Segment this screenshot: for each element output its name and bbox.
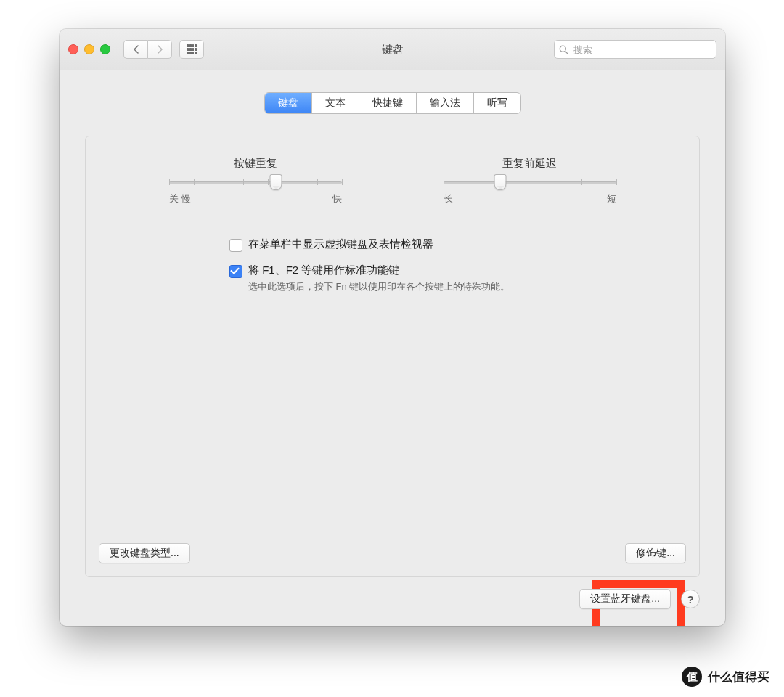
slider-thumb[interactable]: [270, 174, 282, 190]
key-repeat-label: 按键重复: [169, 157, 342, 171]
modifier-keys-button[interactable]: 修饰键...: [625, 543, 686, 563]
chevron-left-icon: [133, 45, 139, 54]
preferences-window: 键盘 键盘文本快捷键输入法听写 按键重复 关慢 快: [60, 29, 725, 626]
option-sublabel: 选中此选项后，按下 Fn 键以使用印在各个按键上的特殊功能。: [248, 280, 510, 293]
options-group: 在菜单栏中显示虚拟键盘及表情检视器 将 F1、F2 等键用作标准功能键 选中此选…: [229, 237, 642, 293]
tab-4[interactable]: 听写: [474, 93, 520, 113]
search-field[interactable]: [554, 40, 716, 59]
forward-button[interactable]: [147, 40, 172, 59]
slider-ticks: [169, 179, 342, 186]
watermark: 值 什么值得买: [682, 667, 769, 687]
tab-1[interactable]: 文本: [312, 93, 359, 113]
svg-line-1: [565, 51, 568, 54]
slider-thumb[interactable]: [494, 174, 507, 190]
tab-2[interactable]: 快捷键: [359, 93, 417, 113]
traffic-lights: [68, 44, 110, 54]
option-keyboard-viewer: 在菜单栏中显示虚拟键盘及表情检视器: [229, 237, 642, 252]
checkbox-keyboard-viewer[interactable]: [229, 239, 242, 252]
delay-label: 重复前延迟: [444, 157, 616, 171]
option-fn-keys: 将 F1、F2 等键用作标准功能键 选中此选项后，按下 Fn 键以使用印在各个按…: [229, 264, 642, 293]
option-label: 将 F1、F2 等键用作标准功能键: [248, 264, 510, 277]
search-icon: [559, 45, 568, 54]
delay-slider[interactable]: [444, 181, 616, 184]
minimize-window-button[interactable]: [84, 44, 94, 54]
chevron-right-icon: [157, 45, 163, 54]
back-button[interactable]: [123, 40, 147, 59]
checkbox-fn-keys[interactable]: [229, 265, 242, 278]
tab-bar: 键盘文本快捷键输入法听写: [85, 92, 700, 114]
watermark-badge-icon: 值: [682, 667, 702, 687]
key-repeat-endlabels: 关慢 快: [169, 192, 342, 205]
zoom-window-button[interactable]: [100, 44, 110, 54]
panel-bottom-right: 修饰键...: [625, 543, 686, 563]
delay-block: 重复前延迟 长 短: [444, 157, 616, 205]
footer: 设置蓝牙键盘... ?: [579, 589, 700, 609]
close-window-button[interactable]: [68, 44, 78, 54]
grid-icon: [187, 44, 197, 54]
option-label: 在菜单栏中显示虚拟键盘及表情检视器: [248, 237, 433, 251]
setup-bluetooth-keyboard-button[interactable]: 设置蓝牙键盘...: [579, 589, 671, 609]
tab-3[interactable]: 输入法: [417, 93, 474, 113]
search-input[interactable]: [572, 44, 711, 56]
panel-bottom-left: 更改键盘类型...: [99, 543, 190, 563]
key-repeat-block: 按键重复 关慢 快: [169, 157, 342, 205]
tab-0[interactable]: 键盘: [265, 93, 312, 113]
slider-ticks: [444, 179, 616, 186]
delay-endlabels: 长 短: [444, 192, 616, 205]
change-keyboard-type-button[interactable]: 更改键盘类型...: [99, 543, 190, 563]
watermark-text: 什么值得买: [708, 669, 769, 685]
help-button[interactable]: ?: [681, 590, 700, 608]
toolbar: 键盘: [60, 29, 725, 70]
nav-group: [123, 40, 172, 59]
settings-panel: 按键重复 关慢 快 重复前延迟: [85, 136, 700, 577]
show-all-button[interactable]: [179, 40, 204, 59]
key-repeat-slider[interactable]: [169, 181, 342, 184]
content-area: 键盘文本快捷键输入法听写 按键重复 关慢 快: [60, 70, 725, 626]
sliders-row: 按键重复 关慢 快 重复前延迟: [99, 157, 686, 205]
